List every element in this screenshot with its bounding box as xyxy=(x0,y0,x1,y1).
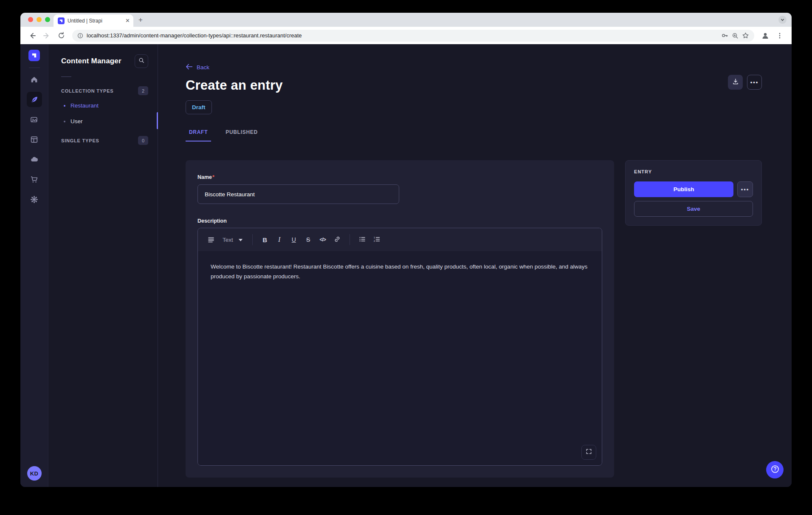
toolbar-divider xyxy=(252,234,253,245)
back-nav-icon[interactable] xyxy=(26,30,38,42)
settings-gear-nav-icon[interactable] xyxy=(27,192,42,207)
entry-panel-title: ENTRY xyxy=(634,169,753,174)
new-tab-button[interactable]: + xyxy=(138,16,143,24)
name-field-label: Name* xyxy=(197,174,214,180)
sidebar-item-label: Restaurant xyxy=(70,102,99,109)
cloud-nav-icon[interactable] xyxy=(27,152,42,167)
sidebar-item-user[interactable]: User xyxy=(61,113,148,129)
link-icon xyxy=(334,236,341,244)
help-button[interactable] xyxy=(766,461,784,478)
content-type-builder-nav-icon[interactable] xyxy=(27,132,42,147)
main-content: Back ••• Create an entry Draft DRAFT PUB… xyxy=(158,44,792,487)
editor-toolbar: Text B I U S </> xyxy=(198,228,602,251)
header-more-button[interactable]: ••• xyxy=(747,75,762,90)
browser-menu-icon[interactable] xyxy=(774,30,786,42)
export-button[interactable] xyxy=(728,75,743,90)
chevron-down-icon xyxy=(238,237,243,243)
content-manager-nav-icon[interactable] xyxy=(27,92,42,107)
name-input[interactable] xyxy=(197,184,399,204)
sidebar-item-restaurant[interactable]: Restaurant xyxy=(61,98,148,113)
back-label: Back xyxy=(197,64,209,71)
status-badge: Draft xyxy=(186,100,212,114)
svg-text:1: 1 xyxy=(374,236,375,238)
page-title: Create an entry xyxy=(186,78,762,93)
bullet-list-button[interactable] xyxy=(356,233,369,246)
browser-window: Untitled | Strapi ✕ + localhost:1337/adm… xyxy=(20,13,792,487)
strapi-favicon-icon xyxy=(58,17,65,24)
browser-profile-icon[interactable] xyxy=(759,30,771,42)
marketplace-cart-nav-icon[interactable] xyxy=(27,172,42,187)
url-text[interactable]: localhost:1337/admin/content-manager/col… xyxy=(87,32,718,39)
required-asterisk: * xyxy=(212,174,214,180)
tab-title: Untitled | Strapi xyxy=(68,18,122,24)
media-library-nav-icon[interactable] xyxy=(27,112,42,127)
bold-button[interactable]: B xyxy=(259,233,271,246)
tab-search-chevron-icon[interactable] xyxy=(778,16,787,24)
fullscreen-window-button[interactable] xyxy=(45,17,50,22)
home-nav-icon[interactable] xyxy=(27,72,42,87)
toolbar-divider xyxy=(350,234,350,245)
entry-form-card: Name* Description Text xyxy=(186,160,614,478)
content-manager-sidebar: Content Manager COLLECTION TYPES 2 Resta… xyxy=(48,44,158,487)
bullet-list-icon xyxy=(359,236,366,244)
browser-toolbar: localhost:1337/admin/content-manager/col… xyxy=(20,27,792,44)
entry-more-button[interactable]: ••• xyxy=(737,181,753,197)
underline-button[interactable]: U xyxy=(288,233,300,246)
editor-content[interactable]: Welcome to Biscotte restaurant! Restaura… xyxy=(198,251,602,465)
save-button[interactable]: Save xyxy=(634,201,753,217)
collection-types-label: COLLECTION TYPES xyxy=(61,88,113,93)
rich-text-editor: Text B I U S </> xyxy=(197,228,602,466)
bookmark-star-icon[interactable] xyxy=(742,32,749,39)
back-link[interactable]: Back xyxy=(186,64,209,71)
zoom-icon[interactable] xyxy=(732,32,739,39)
block-type-label: Text xyxy=(223,237,233,243)
search-icon xyxy=(138,57,144,65)
site-info-icon[interactable] xyxy=(77,33,83,39)
version-tabs: DRAFT PUBLISHED xyxy=(186,125,762,141)
svg-text:2: 2 xyxy=(374,239,375,242)
sidebar-item-label: User xyxy=(70,118,83,125)
align-icon[interactable] xyxy=(205,233,217,246)
strapi-logo[interactable] xyxy=(28,50,40,61)
close-window-button[interactable] xyxy=(28,17,33,22)
italic-button[interactable]: I xyxy=(273,233,286,246)
code-button[interactable]: </> xyxy=(316,233,329,246)
bullet-icon xyxy=(64,121,65,122)
download-icon xyxy=(732,78,739,87)
strikethrough-button[interactable]: S xyxy=(302,233,315,246)
block-type-select[interactable]: Text xyxy=(219,237,246,243)
single-types-count-badge: 0 xyxy=(138,136,148,145)
browser-tab-strip: Untitled | Strapi ✕ + xyxy=(20,13,792,27)
user-avatar[interactable]: KD xyxy=(27,466,42,481)
forward-nav-icon[interactable] xyxy=(41,30,53,42)
sidebar-divider xyxy=(61,76,71,77)
back-arrow-icon xyxy=(186,64,192,71)
main-nav-rail: KD xyxy=(20,44,48,487)
search-button[interactable] xyxy=(135,54,148,68)
reload-icon[interactable] xyxy=(55,30,67,42)
bullet-icon xyxy=(64,105,65,107)
expand-editor-button[interactable] xyxy=(581,445,596,460)
description-field-label: Description xyxy=(197,218,602,224)
expand-icon xyxy=(586,448,592,456)
sidebar-title: Content Manager xyxy=(61,57,121,65)
browser-tab[interactable]: Untitled | Strapi ✕ xyxy=(54,14,133,27)
tab-close-icon[interactable]: ✕ xyxy=(125,18,130,23)
question-mark-icon xyxy=(770,464,780,475)
password-key-icon[interactable] xyxy=(721,32,728,39)
url-bar[interactable]: localhost:1337/admin/content-manager/col… xyxy=(72,30,754,42)
numbered-list-button[interactable]: 12 xyxy=(370,233,383,246)
publish-button[interactable]: Publish xyxy=(634,181,733,197)
tab-draft[interactable]: DRAFT xyxy=(186,125,211,141)
window-controls xyxy=(28,17,50,22)
strapi-app: KD Content Manager COLLECTION TYPES 2 Re… xyxy=(20,44,792,487)
single-types-label: SINGLE TYPES xyxy=(61,138,99,143)
link-button[interactable] xyxy=(331,233,344,246)
minimize-window-button[interactable] xyxy=(37,17,42,22)
tab-published[interactable]: PUBLISHED xyxy=(222,125,261,141)
collection-types-count-badge: 2 xyxy=(138,86,148,95)
entry-panel: ENTRY Publish ••• Save xyxy=(625,160,762,226)
numbered-list-icon: 12 xyxy=(373,236,380,244)
rail-divider xyxy=(29,68,40,68)
